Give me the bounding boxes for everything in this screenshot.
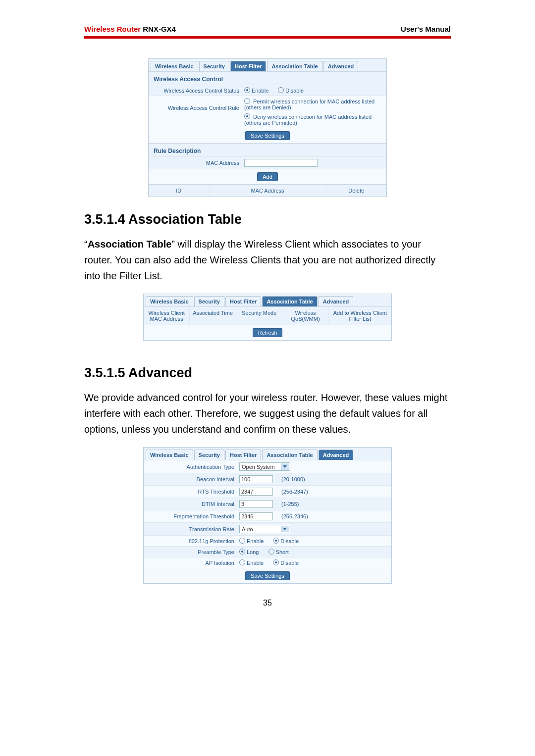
tab-bar: Wireless Basic Security Host Filter Asso…	[144, 294, 391, 306]
tx-rate-value: Auto	[242, 526, 253, 532]
para-advanced: We provide advanced control for your wir…	[84, 390, 451, 437]
hostfilter-panel: Wireless Basic Security Host Filter Asso…	[148, 58, 387, 197]
doc-title: Wireless Router RNX-GX4	[84, 25, 176, 33]
dtim-label: DTIM Interval	[148, 501, 239, 507]
page-number: 35	[84, 599, 451, 607]
frag-label: Fragmentation Threshold	[148, 513, 239, 519]
radio-rule-permit[interactable]	[244, 98, 250, 104]
rts-input[interactable]	[239, 488, 273, 496]
auth-type-label: Authentication Type	[148, 464, 239, 470]
tab-association-table[interactable]: Association Table	[262, 296, 317, 306]
radio-preamble-long[interactable]	[239, 549, 245, 554]
chevron-down-icon	[281, 463, 289, 470]
assoc-bold: Association Table	[88, 239, 172, 250]
frag-input[interactable]	[239, 512, 273, 520]
apiso-disable-label: Disable	[280, 560, 299, 566]
heading-association-table: 3.5.1.4 Association Table	[84, 212, 451, 227]
beacon-input[interactable]	[239, 475, 273, 483]
rts-range: (256-2347)	[281, 489, 308, 495]
radio-rule-deny[interactable]	[244, 113, 250, 119]
apiso-label: AP Isolation	[148, 560, 239, 566]
association-panel: Wireless Basic Security Host Filter Asso…	[143, 294, 392, 341]
g-enable-label: Enable	[247, 538, 264, 544]
save-settings-button[interactable]: Save Settings	[245, 571, 290, 580]
auth-type-select[interactable]: Open System	[239, 462, 290, 471]
col-id: ID	[149, 185, 210, 197]
save-settings-button[interactable]: Save Settings	[245, 131, 290, 140]
tab-host-filter[interactable]: Host Filter	[225, 450, 261, 460]
tab-advanced[interactable]: Advanced	[319, 450, 354, 460]
para-association-table: “Association Table” will display the Wir…	[84, 236, 451, 284]
tab-association-table[interactable]: Association Table	[262, 450, 317, 460]
doc-title-model: RNX-GX4	[141, 25, 176, 33]
section-access-control: Wireless Access Control	[149, 71, 386, 85]
preamble-long-label: Long	[247, 549, 259, 555]
heading-advanced: 3.5.1.5 Advanced	[84, 365, 451, 381]
rule-permit-text: Permit wireless connection for MAC addre…	[244, 99, 374, 110]
access-rule-label: Wireless Access Control Rule	[153, 98, 244, 111]
col-delete: Delete	[326, 185, 387, 197]
radio-label-disable: Disable	[285, 88, 304, 94]
rts-label: RTS Threshold	[148, 489, 239, 495]
assoc-col-add: Add to Wireless Client Filter List	[329, 307, 391, 325]
radio-status-disable[interactable]	[278, 87, 284, 93]
rule-deny-text: Deny wireless connection for MAC address…	[244, 114, 372, 126]
tab-wireless-basic[interactable]: Wireless Basic	[146, 296, 193, 306]
beacon-range: (20-1000)	[281, 476, 305, 482]
tx-rate-select[interactable]: Auto	[239, 525, 290, 533]
tab-host-filter[interactable]: Host Filter	[230, 61, 266, 71]
tab-wireless-basic[interactable]: Wireless Basic	[151, 61, 198, 71]
radio-apiso-disable[interactable]	[273, 559, 279, 565]
assoc-col-qos: Wireless QoS(WMM)	[282, 307, 328, 325]
g-disable-label: Disable	[280, 538, 299, 544]
mac-address-label: MAC Address	[153, 160, 244, 166]
tab-security[interactable]: Security	[199, 61, 229, 71]
mac-address-input[interactable]	[244, 159, 318, 167]
tab-security[interactable]: Security	[194, 296, 224, 306]
tab-wireless-basic[interactable]: Wireless Basic	[146, 450, 193, 460]
apiso-enable-label: Enable	[247, 560, 264, 566]
radio-status-enable[interactable]	[244, 87, 250, 93]
assoc-table-header: Wireless Client MAC Address Associated T…	[144, 306, 391, 325]
radio-preamble-short[interactable]	[268, 549, 274, 554]
tab-association-table[interactable]: Association Table	[267, 61, 322, 71]
auth-type-value: Open System	[242, 464, 275, 470]
assoc-col-time: Associated Time	[190, 307, 236, 325]
dtim-range: (1-255)	[281, 501, 299, 507]
access-status-label: Wireless Access Control Status	[153, 88, 244, 94]
radio-g-enable[interactable]	[239, 538, 245, 544]
assoc-col-security: Security Mode	[236, 307, 282, 325]
tab-advanced[interactable]: Advanced	[323, 61, 359, 71]
radio-g-disable[interactable]	[273, 538, 279, 544]
tab-security[interactable]: Security	[194, 450, 224, 460]
preamble-label: Preamble Type	[148, 549, 239, 555]
header-divider	[84, 36, 451, 39]
assoc-col-mac: Wireless Client MAC Address	[144, 307, 190, 325]
tab-advanced[interactable]: Advanced	[319, 296, 354, 306]
section-rule-description: Rule Description	[149, 143, 386, 156]
preamble-short-label: Short	[276, 549, 289, 555]
g-protect-label: 802.11g Protection	[148, 538, 239, 544]
radio-apiso-enable[interactable]	[239, 559, 245, 565]
rules-table-header: ID MAC Address Delete	[149, 184, 386, 197]
col-mac: MAC Address	[210, 185, 326, 197]
dtim-input[interactable]	[239, 500, 273, 508]
beacon-label: Beacon Interval	[148, 476, 239, 482]
tab-host-filter[interactable]: Host Filter	[225, 296, 261, 306]
tab-bar: Wireless Basic Security Host Filter Asso…	[149, 59, 386, 71]
add-button[interactable]: Add	[257, 172, 278, 181]
chevron-down-icon	[281, 526, 289, 532]
radio-label-enable: Enable	[252, 88, 268, 94]
frag-range: (256-2346)	[281, 513, 308, 519]
doc-title-brand: Wireless Router	[84, 25, 141, 33]
tx-rate-label: Transmission Rate	[148, 526, 239, 532]
refresh-button[interactable]: Refresh	[253, 328, 283, 337]
doc-header: Wireless Router RNX-GX4 User's Manual	[84, 25, 451, 36]
tab-bar: Wireless Basic Security Host Filter Asso…	[144, 448, 391, 460]
advanced-panel: Wireless Basic Security Host Filter Asso…	[143, 447, 392, 584]
doc-title-right: User's Manual	[401, 25, 451, 33]
